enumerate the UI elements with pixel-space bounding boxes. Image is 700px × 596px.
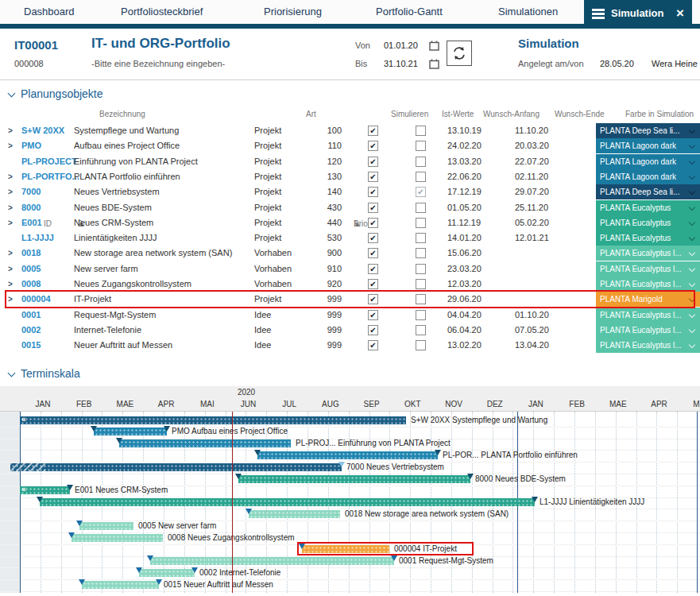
ist-werte-checkbox[interactable] xyxy=(416,157,426,167)
simulieren-checkbox[interactable]: ✔ xyxy=(368,264,378,274)
wunsch-ende-field[interactable]: 22.07.20 xyxy=(515,154,549,169)
wunsch-anfang-field[interactable]: 23.03.20 xyxy=(447,261,481,277)
col-header-simulieren[interactable]: Simulieren xyxy=(391,110,428,118)
simulieren-checkbox[interactable]: ✔ xyxy=(368,340,378,350)
gantt-bar[interactable] xyxy=(249,510,340,518)
nav-item-priorisierung[interactable]: Priorisierung xyxy=(264,0,322,24)
refresh-button[interactable] xyxy=(447,41,472,66)
row-id-link[interactable]: 7000 xyxy=(21,184,41,199)
row-id-link[interactable]: 0008 xyxy=(21,277,41,292)
gantt-bar[interactable]: « xyxy=(20,416,406,424)
gantt-bar[interactable] xyxy=(119,439,291,447)
ist-werte-checkbox[interactable] xyxy=(416,325,426,335)
wunsch-anfang-field[interactable]: 24.02.20 xyxy=(447,138,481,153)
row-id-link[interactable]: 0015 xyxy=(21,338,41,353)
von-date-field[interactable]: 01.01.20 xyxy=(384,41,418,50)
gantt-bar[interactable] xyxy=(10,463,342,471)
row-expander[interactable]: > xyxy=(8,215,13,230)
gantt-bar[interactable] xyxy=(150,557,394,565)
ist-werte-checkbox[interactable]: ✔ xyxy=(416,187,426,197)
col-header-ist-werte[interactable]: Ist-Werte xyxy=(442,110,474,118)
simulieren-checkbox[interactable]: ✔ xyxy=(368,218,378,228)
wunsch-anfang-field[interactable]: 06.04.20 xyxy=(447,323,481,338)
wunsch-anfang-field[interactable]: 15.06.20 xyxy=(447,246,481,261)
ist-werte-checkbox[interactable] xyxy=(416,264,426,274)
wunsch-ende-field[interactable]: 07.05.20 xyxy=(515,323,549,338)
row-id-link[interactable]: L1-JJJJ xyxy=(21,230,54,246)
calendar-icon[interactable] xyxy=(429,40,439,50)
ist-werte-checkbox[interactable] xyxy=(416,141,426,151)
farbe-dropdown[interactable]: PLANTA Eucalyptus xyxy=(596,215,700,230)
farbe-dropdown[interactable]: PLANTA Marigold xyxy=(596,292,700,307)
ist-werte-checkbox[interactable] xyxy=(416,340,426,350)
ist-werte-checkbox[interactable] xyxy=(416,172,426,182)
gantt-bar[interactable] xyxy=(238,475,470,483)
row-id-link[interactable]: E001 xyxy=(21,215,42,230)
col-header-bezeichnung[interactable]: Bezeichnung xyxy=(99,110,145,118)
ist-werte-checkbox[interactable] xyxy=(416,294,426,304)
simulieren-checkbox[interactable]: ✔ xyxy=(368,157,378,167)
row-expander[interactable]: > xyxy=(8,138,13,153)
ist-werte-checkbox[interactable] xyxy=(416,218,426,228)
wunsch-anfang-field[interactable]: 12.03.20 xyxy=(447,277,481,292)
row-expander[interactable]: > xyxy=(8,184,13,199)
row-id-link[interactable]: 8000 xyxy=(21,200,41,215)
gantt-bar[interactable] xyxy=(94,428,167,435)
farbe-dropdown[interactable]: PLANTA Eucalyptus l... xyxy=(596,261,700,277)
wunsch-ende-field[interactable]: 05.02.20 xyxy=(515,215,549,230)
close-icon[interactable]: × xyxy=(676,0,684,29)
wunsch-anfang-field[interactable]: 14.01.20 xyxy=(447,230,481,246)
gantt-bar[interactable] xyxy=(79,522,133,530)
simulieren-checkbox[interactable]: ✔ xyxy=(368,294,378,304)
row-id-link[interactable]: PL-PORTFO... xyxy=(21,169,79,184)
farbe-dropdown[interactable]: PLANTA Eucalyptus l... xyxy=(596,277,700,292)
simulieren-checkbox[interactable]: ✔ xyxy=(368,203,378,213)
farbe-dropdown[interactable]: PLANTA Eucalyptus xyxy=(596,230,700,246)
calendar-icon[interactable] xyxy=(429,58,439,68)
col-header-art[interactable]: Art xyxy=(306,110,316,118)
row-expander[interactable]: > xyxy=(8,277,13,292)
collapse-chevron-icon[interactable] xyxy=(8,91,16,99)
wunsch-anfang-field[interactable]: 13.03.20 xyxy=(447,154,481,169)
row-expander[interactable]: > xyxy=(8,200,13,215)
wunsch-ende-field[interactable]: 12.01.21 xyxy=(515,230,549,246)
simulieren-checkbox[interactable]: ✔ xyxy=(368,141,378,151)
row-id-link[interactable]: 0005 xyxy=(21,261,41,277)
wunsch-anfang-field[interactable]: 22.06.20 xyxy=(447,169,481,184)
hamburger-menu-icon[interactable] xyxy=(592,9,605,19)
simulieren-checkbox[interactable]: ✔ xyxy=(368,233,378,243)
farbe-dropdown[interactable]: PLANTA Eucalyptus l... xyxy=(596,246,700,261)
simulieren-checkbox[interactable]: ✔ xyxy=(368,172,378,182)
wunsch-ende-field[interactable]: 02.11.20 xyxy=(515,169,548,184)
farbe-dropdown[interactable]: PLANTA Lagoon dark xyxy=(596,154,700,169)
row-id-link[interactable]: 0001 xyxy=(21,308,41,323)
row-id-link[interactable]: PMO xyxy=(21,138,41,153)
farbe-dropdown[interactable]: PLANTA Deep Sea li... xyxy=(596,123,700,138)
collapse-chevron-icon[interactable] xyxy=(8,370,16,378)
portfolio-subtitle-placeholder[interactable]: -Bitte eine Bezeichnung eingeben- xyxy=(91,59,225,68)
ist-werte-checkbox[interactable] xyxy=(416,233,426,243)
gantt-bar[interactable] xyxy=(72,534,163,542)
row-expander[interactable]: > xyxy=(8,292,13,307)
farbe-dropdown[interactable]: PLANTA Eucalyptus l... xyxy=(596,308,700,323)
wunsch-ende-field[interactable]: 20.03.20 xyxy=(515,138,549,153)
col-header-farbe[interactable]: Farbe in Simulation xyxy=(625,110,694,118)
gantt-bar[interactable]: « xyxy=(20,486,70,494)
wunsch-ende-field[interactable]: 25.11.20 xyxy=(515,200,548,215)
row-expander[interactable]: > xyxy=(8,169,13,184)
ist-werte-checkbox[interactable] xyxy=(416,310,426,320)
wunsch-anfang-field[interactable]: 29.06.20 xyxy=(447,292,481,307)
wunsch-anfang-field[interactable]: 04.04.20 xyxy=(447,308,481,323)
wunsch-ende-field[interactable]: 11.10.20 xyxy=(515,123,548,138)
ist-werte-checkbox[interactable] xyxy=(416,248,426,258)
wunsch-anfang-field[interactable]: 17.12.19 xyxy=(447,184,481,199)
wunsch-ende-field[interactable]: 13.04.20 xyxy=(515,338,549,353)
farbe-dropdown[interactable]: PLANTA Lagoon dark xyxy=(596,169,700,184)
farbe-dropdown[interactable]: PLANTA Eucalyptus l... xyxy=(596,338,700,353)
row-id-link[interactable]: 0018 xyxy=(21,246,41,261)
bis-date-field[interactable]: 31.10.21 xyxy=(384,59,418,68)
simulieren-checkbox[interactable]: ✔ xyxy=(368,126,378,136)
row-id-link[interactable]: PL-PROJECT xyxy=(21,154,77,169)
gantt-bar[interactable] xyxy=(302,545,389,553)
wunsch-ende-field[interactable]: 01.10.20 xyxy=(515,308,549,323)
